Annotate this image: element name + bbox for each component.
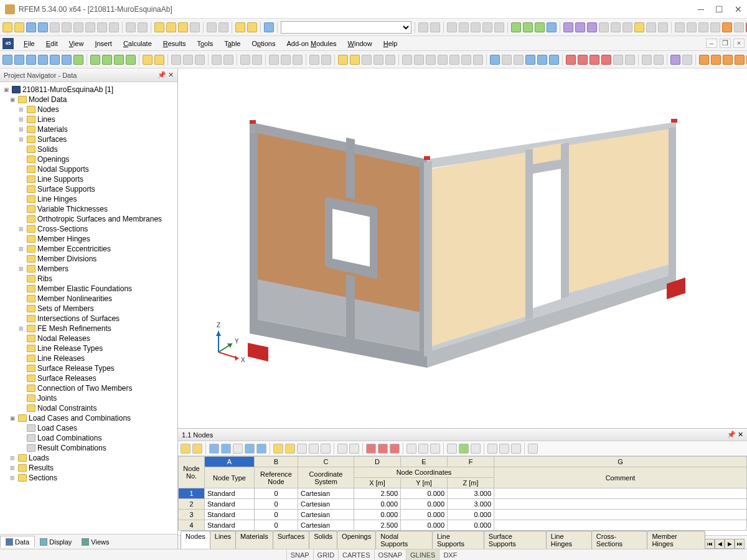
load-case-combo[interactable] <box>281 21 411 34</box>
box-1-icon[interactable] <box>525 55 535 65</box>
tt-1-icon[interactable] <box>181 444 190 454</box>
minimize-button[interactable]: ─ <box>698 4 704 14</box>
tree-item[interactable]: Nodal Supports <box>0 164 177 174</box>
trans-6-icon[interactable] <box>461 55 471 65</box>
support-1-icon[interactable] <box>447 22 457 32</box>
tree-item[interactable]: Result Combinations <box>0 443 177 453</box>
select-icon[interactable] <box>154 22 164 32</box>
details-icon[interactable] <box>247 22 257 32</box>
tt-8-icon[interactable] <box>273 444 283 454</box>
trans-7-icon[interactable] <box>473 55 483 65</box>
nav-last-icon[interactable] <box>430 22 440 32</box>
col-F[interactable]: F <box>448 457 494 467</box>
table-tab[interactable]: Line Hinges <box>546 531 592 549</box>
menu-options[interactable]: Options <box>247 39 280 49</box>
tt-12-icon[interactable] <box>321 444 331 454</box>
visibility-icon[interactable] <box>218 22 228 32</box>
mesh-1-icon[interactable] <box>90 55 100 65</box>
tt-25-icon[interactable] <box>499 444 509 454</box>
load-4-icon[interactable] <box>547 22 557 32</box>
model-viewport[interactable]: X Y Z <box>178 68 747 429</box>
menu-file[interactable]: File <box>19 39 40 49</box>
surface-icon[interactable] <box>38 55 48 65</box>
tree-item[interactable]: ⊞Lines <box>0 114 177 124</box>
tree-item[interactable]: ⊞Surfaces <box>0 134 177 144</box>
tree-item[interactable]: Openings <box>0 154 177 164</box>
grid-icon[interactable] <box>73 55 83 65</box>
col-G[interactable]: G <box>494 457 747 467</box>
tree-item[interactable]: ⊞Member Eccentricities <box>0 244 177 254</box>
data-grid[interactable]: Node No. A B C D E F G Node Type Referen… <box>178 456 747 531</box>
box-3-icon[interactable] <box>549 55 559 65</box>
tree-item[interactable]: Nodal Releases <box>0 334 177 343</box>
navigator-tree[interactable]: ▣210811-MuroEsquinaAb [1] ▣Model Data ⊞N… <box>0 82 177 534</box>
menu-tools[interactable]: Tools <box>192 39 218 49</box>
sup-3-icon[interactable] <box>590 55 599 65</box>
table-tab[interactable]: Surface Supports <box>484 531 547 549</box>
fe-7-icon[interactable] <box>634 22 644 32</box>
draw-3-icon[interactable] <box>171 55 181 65</box>
chk-1-icon[interactable] <box>699 55 709 65</box>
menu-help[interactable]: Help <box>378 39 403 49</box>
tt-10-icon[interactable] <box>297 444 307 454</box>
menu-calculate[interactable]: Calculate <box>118 39 157 49</box>
status-snap[interactable]: SNAP <box>286 549 313 560</box>
doc2-icon[interactable] <box>109 22 119 32</box>
menu-window[interactable]: Window <box>343 39 377 49</box>
tab-next-icon[interactable]: ▶ <box>725 539 735 549</box>
calc-4-icon[interactable] <box>710 22 720 32</box>
align-3-icon[interactable] <box>362 55 372 65</box>
mesh-4-icon[interactable] <box>126 55 136 65</box>
solid-icon[interactable] <box>62 55 72 65</box>
table-tab[interactable]: Nodal Supports <box>375 531 433 549</box>
maximize-button[interactable]: ☐ <box>715 4 723 14</box>
tree-item[interactable]: Member Elastic Foundations <box>0 284 177 294</box>
print-icon[interactable] <box>50 22 60 32</box>
tree-item[interactable]: Connection of Two Members <box>0 383 177 393</box>
fe-9-icon[interactable] <box>658 22 668 32</box>
tree-item[interactable]: ⊞Loads <box>0 453 177 463</box>
tree-model-data[interactable]: Model Data <box>29 95 67 104</box>
tree-item[interactable]: ⊞Nodes <box>0 105 177 114</box>
trans-2-icon[interactable] <box>414 55 424 65</box>
table-row[interactable]: 4 Standard 0 Cartesian 2.500 0.000 0.000 <box>179 520 747 531</box>
align-1-icon[interactable] <box>338 55 348 65</box>
tree-item[interactable]: Load Cases <box>0 423 177 433</box>
mesh-2-icon[interactable] <box>102 55 112 65</box>
tab-prev-icon[interactable]: ◀ <box>715 539 725 549</box>
edit-3-icon[interactable] <box>293 55 303 65</box>
node-icon[interactable] <box>2 55 12 65</box>
fe-8-icon[interactable] <box>646 22 656 32</box>
tt-18-icon[interactable] <box>406 444 416 454</box>
status-cartes[interactable]: CARTES <box>338 549 374 560</box>
fe-1-icon[interactable] <box>563 22 573 32</box>
tree-load-section[interactable]: Load Cases and Combinations <box>29 414 131 422</box>
tree-item[interactable]: Member Nonlinearities <box>0 294 177 304</box>
edit-4-icon[interactable] <box>309 55 319 65</box>
mdi-restore-button[interactable]: ❐ <box>720 39 731 48</box>
table-view-icon[interactable] <box>235 22 245 32</box>
col-E[interactable]: E <box>401 457 448 467</box>
trans-3-icon[interactable] <box>426 55 436 65</box>
pin-icon[interactable]: 📌 ✕ <box>157 71 174 79</box>
sup-2-icon[interactable] <box>578 55 588 65</box>
mdi-close-button[interactable]: × <box>733 39 745 48</box>
tree-item[interactable]: Sets of Members <box>0 304 177 314</box>
tt-3-icon[interactable] <box>209 444 219 454</box>
calc-6-icon[interactable] <box>734 22 744 32</box>
member-icon[interactable] <box>26 55 36 65</box>
tree-item[interactable]: Nodal Constraints <box>0 403 177 413</box>
edit-5-icon[interactable] <box>321 55 331 65</box>
table-row[interactable]: 3 Standard 0 Cartesian 0.000 0.000 0.000 <box>179 510 747 520</box>
tree-item[interactable]: Load Combinations <box>0 433 177 443</box>
zoom-window-icon[interactable] <box>166 22 176 32</box>
col-B[interactable]: B <box>255 457 298 467</box>
fe-5-icon[interactable] <box>611 22 621 32</box>
status-osnap[interactable]: OSNAP <box>374 549 406 560</box>
tt-27-icon[interactable] <box>528 444 538 454</box>
open-file-icon[interactable] <box>14 22 24 32</box>
new-file-icon[interactable] <box>2 22 12 32</box>
sect-2-icon[interactable] <box>682 55 692 65</box>
col-A[interactable]: A <box>205 457 255 467</box>
nav-tab-display[interactable]: Display <box>35 536 77 548</box>
